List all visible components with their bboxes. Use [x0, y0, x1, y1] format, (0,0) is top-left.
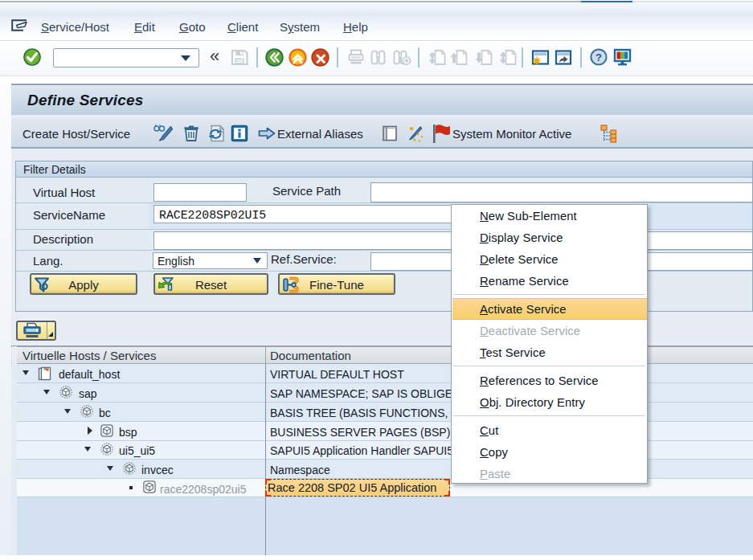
svg-text:?: ?	[595, 51, 602, 63]
